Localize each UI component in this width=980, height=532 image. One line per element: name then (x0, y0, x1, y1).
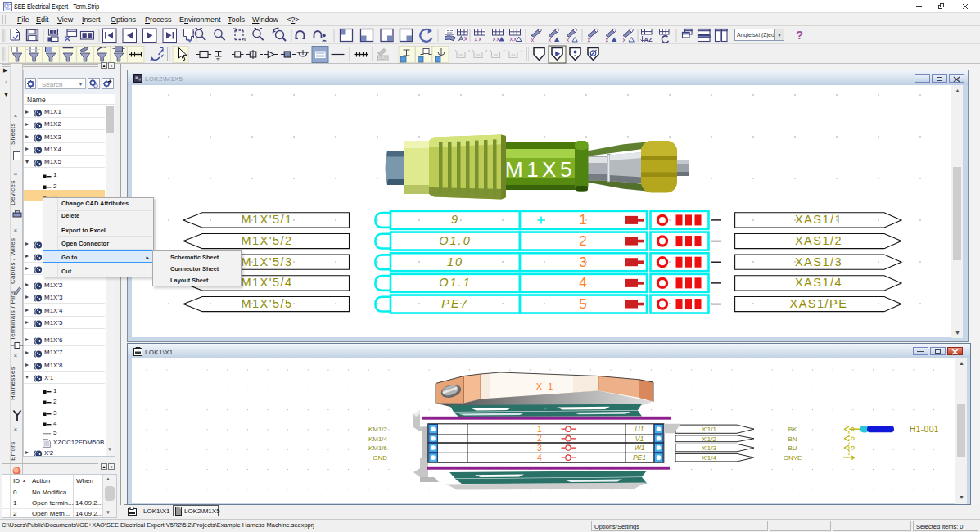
svg-text:4: 4 (537, 453, 542, 462)
svg-text:X'1/4: X'1/4 (702, 454, 717, 462)
svg-text:9: 9 (451, 213, 459, 226)
svg-text:M1X'5/2: M1X'5/2 (241, 234, 292, 247)
svg-text:BK: BK (788, 426, 797, 433)
svg-text:X 1: X 1 (536, 381, 555, 391)
svg-text:W1: W1 (635, 444, 645, 452)
svg-text:M1X5: M1X5 (505, 157, 576, 182)
svg-text:KM1/2: KM1/2 (368, 426, 388, 433)
svg-text:V1: V1 (635, 435, 644, 443)
svg-text:4: 4 (579, 275, 586, 291)
svg-text:PE1: PE1 (633, 453, 646, 462)
svg-text:5: 5 (579, 296, 586, 312)
svg-text:KM1/4: KM1/4 (368, 435, 388, 443)
svg-text:X'1/3: X'1/3 (702, 444, 717, 452)
svg-text:M1X'5/1: M1X'5/1 (241, 213, 292, 226)
svg-text:3: 3 (537, 443, 542, 453)
svg-text:M1X'5/3: M1X'5/3 (241, 255, 292, 268)
svg-text:XAS1/2: XAS1/2 (795, 234, 842, 247)
svg-text:XAS1/PE: XAS1/PE (790, 297, 848, 310)
svg-text:XAS1/4: XAS1/4 (795, 276, 842, 289)
svg-text:2: 2 (537, 433, 542, 443)
svg-text:AZ: AZ (644, 36, 653, 43)
svg-text:U1: U1 (635, 425, 644, 433)
svg-text:PE7: PE7 (441, 297, 468, 310)
svg-text:2: 2 (579, 233, 586, 249)
svg-text:M1X'5/5: M1X'5/5 (241, 297, 292, 310)
svg-text:1: 1 (579, 212, 586, 228)
svg-text:O1.1: O1.1 (439, 276, 471, 289)
svg-text:XAS1/3: XAS1/3 (795, 255, 842, 268)
svg-text:X'1/1: X'1/1 (702, 426, 717, 433)
svg-text:M1X'5/4: M1X'5/4 (241, 276, 292, 289)
svg-text:+: + (544, 406, 547, 412)
svg-text:H1-001: H1-001 (910, 425, 939, 434)
svg-text:O1.0: O1.0 (439, 234, 471, 247)
svg-text:BN: BN (788, 435, 797, 443)
svg-text:GND: GND (373, 454, 387, 462)
svg-text:3: 3 (579, 255, 586, 270)
svg-text:1: 1 (537, 424, 542, 434)
svg-text:KM1/6: KM1/6 (368, 444, 388, 452)
svg-text:X'1/2: X'1/2 (702, 435, 717, 443)
svg-text:XAS1/1: XAS1/1 (795, 213, 842, 226)
svg-text:BU: BU (788, 444, 797, 452)
svg-text:GNYE: GNYE (784, 454, 802, 462)
